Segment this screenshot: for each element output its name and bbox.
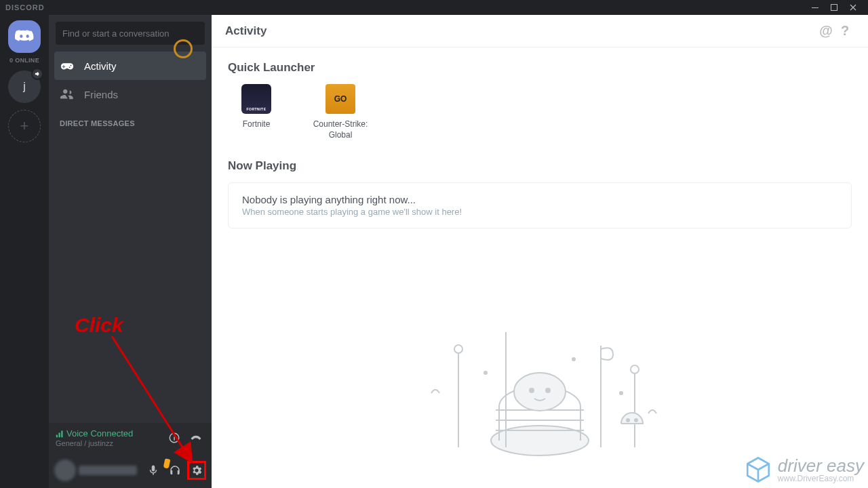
signal-icon [56,430,64,438]
window-titlebar: DISCORD [0,0,868,15]
annotation-arrow-icon [105,332,207,474]
nav-friends-label: Friends [84,89,118,100]
svg-rect-0 [812,7,818,8]
watermark-logo-icon [744,455,772,484]
server-column: 0 ONLINE j + [0,15,49,488]
help-button[interactable]: ? [835,23,854,39]
empty-state-title: Nobody is playing anything right now... [242,194,837,205]
game-tile-fortnite[interactable]: Fortnite [228,84,285,140]
game-tile-csgo[interactable]: GO Counter-Strike: Global [312,84,369,140]
svg-point-18 [484,371,487,374]
svg-point-21 [627,419,629,422]
svg-point-22 [635,419,637,422]
watermark-brand: driver easy [778,457,864,474]
quick-switcher-input[interactable] [56,22,205,45]
friends-icon [60,87,75,102]
nav-friends[interactable]: Friends [49,80,212,108]
user-avatar[interactable] [54,460,76,481]
page-title: Activity [225,24,267,38]
dm-section-header: DIRECT MESSAGES [49,108,212,130]
nav-activity-label: Activity [84,60,117,72]
svg-rect-3 [59,432,60,437]
window-close-button[interactable] [844,0,863,15]
svg-rect-4 [61,430,62,437]
svg-point-10 [530,388,534,392]
game-label: Counter-Strike: Global [312,119,369,140]
window-minimize-button[interactable] [806,0,825,15]
server-initial: j [23,81,26,93]
svg-point-20 [620,392,623,394]
empty-state-subtitle: When someone starts playing a game we'll… [242,207,837,217]
svg-point-9 [514,373,566,411]
svg-point-19 [572,358,575,361]
watermark: driver easy www.DriverEasy.com [744,455,864,484]
controller-icon [60,58,75,73]
add-server-button[interactable]: + [8,110,41,142]
server-avatar[interactable]: j [8,70,41,103]
svg-line-23 [112,336,192,462]
game-label: Fortnite [228,119,285,130]
window-maximize-button[interactable] [825,0,844,15]
main-content: Activity @ ? Quick Launcher Fortnite GO … [212,15,868,488]
svg-point-11 [546,388,550,392]
svg-rect-2 [56,434,58,437]
nav-activity[interactable]: Activity [54,52,206,80]
game-thumbnail: GO [326,84,355,114]
app-brand: DISCORD [5,3,45,12]
mentions-button[interactable]: @ [816,23,835,39]
now-playing-heading: Now Playing [228,159,852,173]
watermark-url: www.DriverEasy.com [778,474,864,483]
now-playing-empty-card: Nobody is playing anything right now... … [228,182,852,228]
empty-state-illustration [397,312,682,461]
svg-point-17 [631,365,639,373]
game-thumbnail [241,84,271,114]
discord-logo-icon [15,27,34,46]
online-count-label: 0 ONLINE [9,57,39,64]
svg-point-13 [454,345,462,353]
voice-indicator-icon [31,68,43,80]
home-button[interactable] [8,20,41,53]
svg-rect-1 [831,5,837,11]
content-header: Activity @ ? [212,15,868,47]
quick-launcher-heading: Quick Launcher [228,61,852,75]
